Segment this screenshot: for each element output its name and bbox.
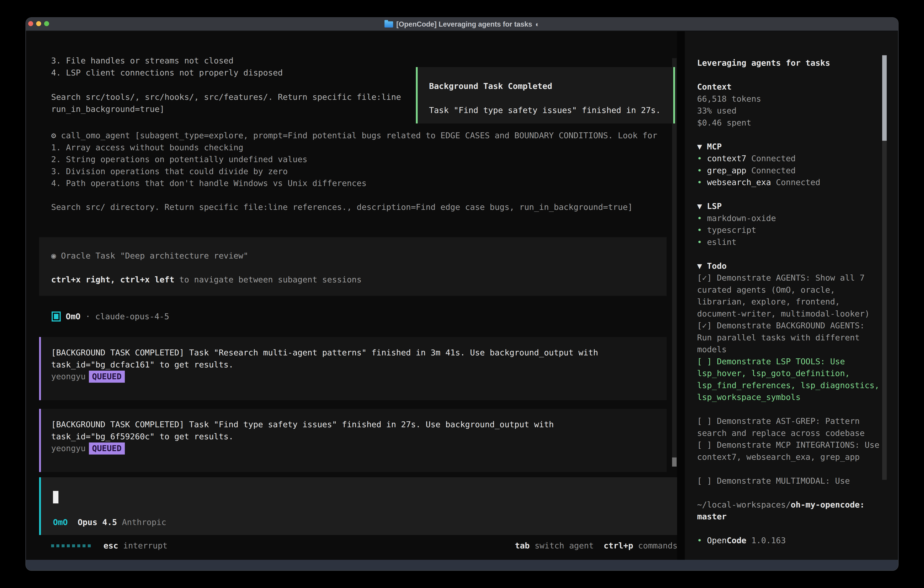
mcp-section-heading[interactable]: ▼ MCP [697, 141, 883, 153]
todo-item-active: [ ] Demonstrate LSP TOOLS: Use lsp_hover… [697, 356, 883, 403]
message-meta: yeongyuQUEUED [51, 371, 667, 383]
input-agent-name: OmO [53, 517, 68, 527]
app-window: [OpenCode] Leveraging agents for tasks ◐… [25, 17, 899, 571]
context-heading: Context [697, 81, 883, 93]
todo-item-pending: [ ] Demonstrate AST-GREP: Pattern search… [697, 415, 883, 439]
mcp-status: Connected [746, 154, 796, 163]
tab-key-label: switch agent [530, 541, 594, 550]
input-meta-row: OmO Opus 4.5 Anthropic [53, 516, 167, 529]
oracle-hint-line: ctrl+x right, ctrl+x left to navigate be… [51, 274, 667, 286]
lsp-name: eslint [707, 237, 736, 247]
window-bottom-strip [26, 560, 898, 570]
scrollback-text: 3. File handles or streams not closed 4.… [51, 55, 283, 79]
agent-square-icon [52, 312, 61, 322]
message-line: [BACKGROUND TASK COMPLETED] Task "Find t… [51, 419, 667, 431]
mcp-item: • grep_app Connected [697, 165, 883, 177]
context-used: 33% used [697, 105, 883, 117]
mcp-name: grep_app [707, 166, 746, 175]
agent-model [90, 311, 95, 323]
message-block: [BACKGROUND TASK COMPLETED] Task "Find t… [39, 409, 667, 472]
text-cursor [53, 491, 58, 504]
transcript-scrollbar-thumb[interactable] [672, 458, 676, 467]
toast-title: Background Task Completed [429, 80, 673, 92]
input-provider: Anthropic [122, 517, 166, 527]
todo-item-pending: [ ] Demonstrate MCP INTEGRATIONS: Use co… [697, 439, 883, 463]
window-content: 3. File handles or streams not closed 4.… [26, 31, 898, 560]
bullet-icon: • [697, 178, 702, 187]
mcp-name: websearch_exa [707, 178, 771, 187]
agent-separator-dot: · [86, 311, 91, 323]
tool-call-item: 4. Path operations that don't handle Win… [51, 177, 657, 189]
status-badge: QUEUED [89, 443, 125, 454]
prompt-input[interactable]: OmO Opus 4.5 Anthropic [39, 477, 677, 535]
oracle-task-card[interactable]: ◉ Oracle Task "Deep architecture review"… [39, 237, 667, 296]
message-meta: yeongyuQUEUED [51, 443, 667, 454]
tool-call-footer: Search src/ directory. Return specific f… [51, 201, 657, 213]
oracle-title-line: ◉ Oracle Task "Deep architecture review" [51, 250, 667, 262]
todo-item-done: [✓] Demonstrate AGENTS: Show all 7 curat… [697, 272, 883, 320]
scrollback-line: Search src/tools/, src/hooks/, src/featu… [51, 91, 401, 103]
bullet-icon: • [697, 166, 702, 175]
chat-transcript-pane: 3. File handles or streams not closed 4.… [26, 31, 677, 560]
message-line: [BACKGROUND TASK COMPLETED] Task "Resear… [51, 347, 667, 359]
mcp-status: Connected [771, 178, 820, 187]
todo-section-heading[interactable]: ▼ Todo [697, 260, 883, 272]
status-bar-right: tab switch agent ctrl+p commands [515, 540, 677, 552]
scrollback-line: 3. File handles or streams not closed [51, 55, 283, 67]
bullet-icon: • [697, 213, 702, 223]
tab-key-hint: tab [515, 541, 530, 550]
status-bar: esc interrupt tab switch agent ctrl+p co… [51, 540, 677, 552]
lsp-section-heading[interactable]: ▼ LSP [697, 200, 883, 212]
sidebar-scrollbar[interactable] [882, 55, 887, 480]
scrollback-line: 4. LSP client connections not properly d… [51, 67, 283, 79]
oracle-hint-text: to navigate between subagent sessions [174, 275, 362, 284]
session-sidebar: Leveraging agents for tasks Context 66,5… [685, 31, 898, 560]
agent-separator [81, 311, 86, 323]
app-name-bold: Code [727, 536, 746, 545]
half-moon-icon: ◐ [535, 20, 540, 28]
bullet-icon: • [697, 237, 702, 247]
working-spinner-icon [51, 544, 91, 547]
agent-model-name: claude-opus-4-5 [95, 311, 169, 323]
todo-item-done: [✓] Demonstrate BACKGROUND AGENTS: Run p… [697, 320, 883, 356]
scrollback-text-2: Search src/tools/, src/hooks/, src/featu… [51, 91, 401, 115]
app-version-number: 1.0.163 [746, 536, 786, 545]
sidebar-content: Leveraging agents for tasks Context 66,5… [697, 57, 883, 547]
ctrlp-key-hint: ctrl+p [604, 541, 633, 550]
window-titlebar[interactable]: [OpenCode] Leveraging agents for tasks ◐ [26, 18, 898, 31]
bullet-icon: • [697, 536, 702, 545]
tool-call-item: 1. Array access without bounds checking [51, 142, 657, 154]
context-spent: $0.46 spent [697, 117, 883, 129]
window-title-text: [OpenCode] Leveraging agents for tasks [396, 20, 532, 28]
scrollback-line: run_in_background=true] [51, 103, 401, 115]
folder-icon [384, 21, 393, 28]
fisheye-icon: ◉ [51, 251, 56, 260]
esc-key-hint: esc [104, 540, 118, 552]
status-bar-left: esc interrupt [51, 540, 168, 552]
workspace-path: ~/local-workspaces/oh-my-opencode: maste… [697, 499, 883, 523]
input-model: Opus 4.5 [78, 517, 117, 527]
oracle-hint-keys: ctrl+x right, ctrl+x left [51, 275, 174, 284]
bullet-icon: • [697, 154, 702, 163]
lsp-name: typescript [707, 225, 756, 235]
mcp-status: Connected [746, 166, 796, 175]
esc-key-label: interrupt [118, 540, 168, 552]
message-author: yeongyu [51, 444, 86, 453]
pane-divider [677, 31, 685, 560]
agent-session-header: OmO · claude-opus-4-5 [52, 311, 169, 322]
sidebar-scrollbar-thumb[interactable] [882, 55, 887, 141]
context-tokens: 66,518 tokens [697, 93, 883, 105]
session-title: Leveraging agents for tasks [697, 57, 883, 69]
background-task-toast[interactable]: Background Task Completed Task "Find typ… [416, 67, 675, 124]
app-version-line: • OpenCode 1.0.163 [697, 535, 883, 547]
lsp-name: markdown-oxide [707, 213, 776, 223]
message-author: yeongyu [51, 372, 86, 381]
ctrlp-key-label: commands [633, 541, 677, 550]
app-name-regular: Open [707, 536, 727, 545]
tool-call-item: 3. Division operations that could divide… [51, 165, 657, 178]
todo-item-pending: [ ] Demonstrate MULTIMODAL: Use [697, 475, 883, 487]
workspace-repo: oh-my-opencode: [791, 500, 865, 509]
mcp-item: • context7 Connected [697, 153, 883, 165]
bullet-icon: • [697, 225, 702, 235]
tool-call-block: ⚙ call_omo_agent [subagent_type=explore,… [51, 130, 657, 213]
